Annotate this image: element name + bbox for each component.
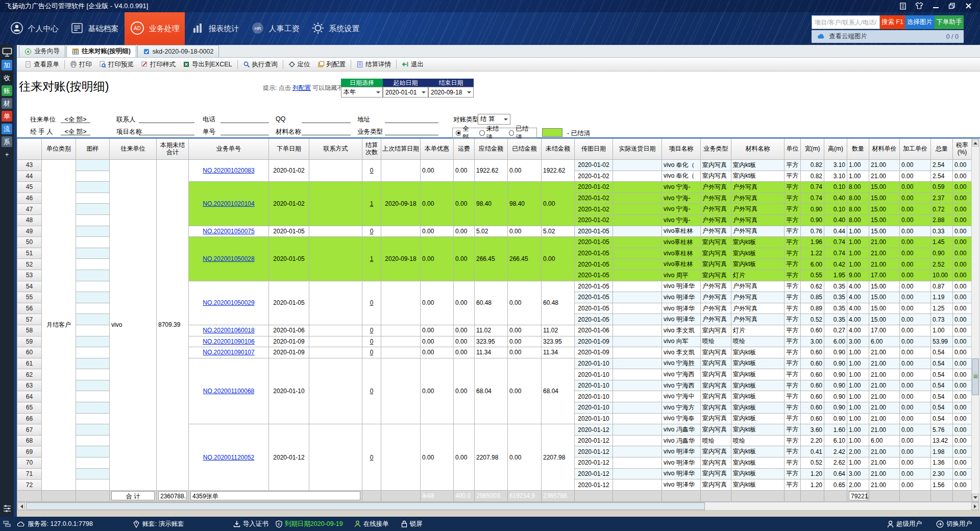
cell-image[interactable]: [76, 281, 110, 292]
table-row-43[interactable]: 43月结客户vivo8709.39NO.2020010200832020-01-…: [17, 160, 972, 171]
import-cert[interactable]: 导入证书: [233, 520, 268, 528]
cell-image[interactable]: [76, 204, 110, 215]
row-number[interactable]: 60: [17, 347, 42, 358]
cell-image[interactable]: [76, 435, 110, 446]
row-number[interactable]: 56: [17, 303, 42, 314]
settle-count-link[interactable]: 0: [370, 388, 374, 395]
sidebar-item-账[interactable]: 账: [2, 85, 12, 96]
cell-image[interactable]: [76, 380, 110, 391]
cell-image[interactable]: [76, 468, 110, 479]
column-header-本期未结合计[interactable]: 本期未结合计: [157, 139, 189, 160]
cell-image[interactable]: [76, 182, 110, 193]
column-header-材料名称[interactable]: 材料名称: [731, 139, 785, 160]
reconcile-type-select[interactable]: 结 算: [478, 114, 510, 125]
column-config-link[interactable]: 列配置: [292, 84, 311, 91]
cell-image[interactable]: [76, 347, 110, 358]
order-no-link[interactable]: NO.202001050075: [203, 228, 254, 235]
column-header-上次结算日期[interactable]: 上次结算日期: [381, 139, 421, 160]
vertical-scrollbar[interactable]: [971, 138, 979, 502]
row-number[interactable]: 46: [17, 192, 42, 204]
online-orders[interactable]: 在线接单: [354, 520, 389, 528]
row-number[interactable]: 68: [17, 435, 42, 446]
filter-value-电话[interactable]: [220, 115, 269, 123]
minimize-button[interactable]: [931, 2, 940, 10]
column-header-单位[interactable]: 单位: [785, 139, 801, 160]
cell-image[interactable]: [76, 391, 110, 402]
column-header-宽(m)[interactable]: 宽(m): [801, 139, 824, 160]
column-header-加工单价[interactable]: 加工单价: [900, 139, 931, 160]
scroll-down-arrow[interactable]: [972, 494, 979, 501]
cell-image[interactable]: [76, 248, 110, 259]
sidebar-item-加[interactable]: 加: [2, 60, 12, 70]
order-no-link[interactable]: NO.202001090107: [203, 349, 254, 356]
column-header-传图日期[interactable]: 传图日期: [575, 139, 613, 160]
column-header-本单优惠[interactable]: 本单优惠: [421, 139, 454, 160]
column-header-税率(%)[interactable]: 税率(%): [953, 139, 972, 160]
close-button[interactable]: [964, 2, 973, 10]
settle-count-link[interactable]: 1: [370, 255, 374, 262]
filter-input-往来单位[interactable]: <全 部>: [61, 115, 90, 123]
row-number[interactable]: 43: [17, 160, 42, 171]
cell-image[interactable]: [76, 413, 110, 424]
filter-value-往来单位[interactable]: <全 部>: [61, 115, 90, 123]
row-number[interactable]: 66: [17, 413, 42, 424]
cell-image[interactable]: [76, 259, 110, 270]
clipboard-icon[interactable]: [898, 2, 908, 10]
row-number[interactable]: 69: [17, 446, 42, 457]
row-number[interactable]: 61: [17, 358, 42, 369]
cell-image[interactable]: [76, 358, 110, 369]
column-header-应结金额[interactable]: 应结金额: [475, 139, 508, 160]
row-number[interactable]: 64: [17, 391, 42, 402]
row-number[interactable]: 51: [17, 248, 42, 259]
filter-value-地址[interactable]: [385, 115, 438, 123]
cell-image[interactable]: [76, 214, 110, 226]
cell-image[interactable]: [76, 270, 110, 281]
toolbar-button-导出到EXCEL[interactable]: 导出到EXCEL: [179, 59, 236, 70]
toolbar-button-打印[interactable]: 打印: [66, 59, 95, 70]
row-number[interactable]: 58: [17, 325, 42, 336]
restore-button[interactable]: [947, 2, 957, 10]
settle-count-link[interactable]: 0: [370, 167, 374, 174]
filter-value-业务类型[interactable]: [385, 128, 438, 135]
row-number[interactable]: 47: [17, 204, 42, 215]
row-number[interactable]: 71: [17, 468, 42, 479]
subtab-skd-2020-09-18-0002[interactable]: skd-2020-09-18-0002: [137, 45, 219, 57]
order-no-link[interactable]: NO.202001090106: [203, 338, 254, 345]
cell-image[interactable]: [76, 325, 110, 336]
subtab-往来对账(按明细)[interactable]: 往来对账(按明细): [66, 45, 136, 57]
cell-image[interactable]: [76, 314, 110, 325]
filter-value-项目名称[interactable]: [139, 128, 194, 135]
toolbar-button-结算详情[interactable]: 结算详情: [353, 59, 395, 70]
row-number[interactable]: 59: [17, 336, 42, 347]
row-number[interactable]: 70: [17, 457, 42, 469]
cell-image[interactable]: [76, 402, 110, 414]
cell-image[interactable]: [76, 171, 110, 182]
row-number[interactable]: 54: [17, 281, 42, 292]
skin-icon[interactable]: [915, 2, 924, 10]
sidebar-item-单[interactable]: 单: [2, 111, 12, 122]
filter-value-联系人[interactable]: [139, 115, 194, 123]
cell-image[interactable]: [76, 446, 110, 457]
cell-image[interactable]: [76, 226, 110, 237]
row-number[interactable]: 67: [17, 424, 42, 436]
order-no-link[interactable]: NO.202001050029: [203, 299, 254, 306]
filter-input-经 手 人[interactable]: <全 部>: [61, 128, 90, 135]
cell-image[interactable]: [76, 192, 110, 204]
row-number[interactable]: 44: [17, 171, 42, 182]
nav-item-系统设置[interactable]: 系统设置: [305, 12, 365, 45]
settle-count-link[interactable]: 0: [370, 454, 374, 461]
horizontal-scrollbar[interactable]: [17, 502, 979, 511]
column-header-业务类型[interactable]: 业务类型: [701, 139, 731, 160]
row-number[interactable]: 52: [17, 259, 42, 270]
sidebar-item-材[interactable]: 材: [2, 98, 12, 109]
horizontal-scroll-thumb[interactable]: [26, 502, 705, 510]
toolbar-button-列配置[interactable]: 列配置: [314, 59, 350, 70]
filter-value-单号[interactable]: [220, 128, 269, 135]
row-number[interactable]: 50: [17, 237, 42, 248]
cell-image[interactable]: [76, 457, 110, 469]
switch-user[interactable]: 切换用户: [936, 520, 972, 528]
row-number[interactable]: 53: [17, 270, 42, 281]
toolbar-button-退出[interactable]: 退出: [398, 59, 427, 70]
row-number[interactable]: 63: [17, 380, 42, 391]
filter-value-材料名称[interactable]: [302, 128, 351, 135]
